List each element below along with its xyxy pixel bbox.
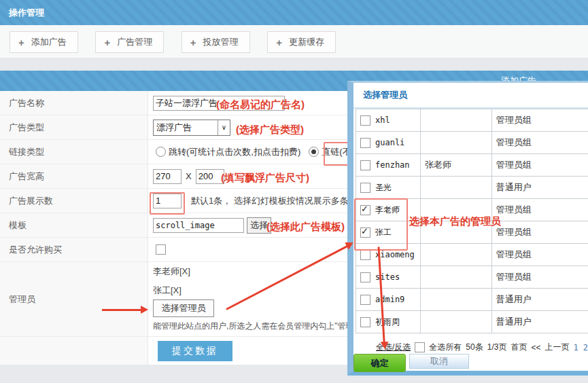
first-page-link[interactable]: 首页	[511, 342, 527, 353]
button-label: 添加广告	[31, 36, 67, 48]
prev-page-link[interactable]: 上一页	[544, 342, 569, 353]
modal-title: 选择管理员	[353, 83, 588, 109]
plus-icon: +	[190, 37, 196, 48]
table-row[interactable]: fenzhan 张老师 管理员组	[356, 154, 588, 177]
row-checkbox[interactable]	[360, 272, 370, 282]
username: admin9	[375, 295, 404, 304]
user-group: 管理员组	[496, 204, 532, 215]
page-title: 操作管理	[9, 0, 44, 25]
ad-manage-button[interactable]: +广告管理	[95, 31, 164, 53]
ad-width-input[interactable]	[153, 169, 181, 184]
field-label: 广告展示数	[0, 189, 148, 213]
chevron-down-icon: ∨	[218, 120, 230, 135]
field-label: 管理员	[0, 262, 148, 336]
username: 张工	[375, 227, 392, 238]
plus-icon: +	[276, 37, 282, 48]
submit-button[interactable]: 提交数据	[158, 341, 232, 361]
row-checkbox[interactable]	[360, 250, 370, 260]
field-label: 模板	[0, 213, 148, 237]
pagination: 全选/反选 全选所有 50条 1/3页 首页 << 上一页 1 2 3	[376, 342, 588, 353]
user-group: 管理员组	[496, 137, 532, 147]
admin-table: xhl 管理员组 guanli 管理员组 fenzhan 张老师 管理员组	[356, 109, 588, 333]
field-label: 链接类型	[0, 140, 148, 164]
row-checkbox[interactable]	[360, 160, 370, 170]
user-group: 管理员组	[496, 227, 532, 237]
username: guanli	[375, 138, 404, 147]
row-checkbox[interactable]	[360, 227, 370, 238]
prev-arrow-link[interactable]: <<	[531, 343, 540, 352]
username: fenzhan	[375, 160, 410, 170]
choose-admin-modal: 选择管理员 xhl 管理员组 guanli 管理员组 fenzhan 张老	[347, 81, 588, 376]
total-count: 50条	[466, 342, 483, 353]
user-group: 管理员组	[496, 249, 532, 259]
user-group: 普通用户	[496, 316, 532, 327]
radio-jump[interactable]	[156, 147, 166, 157]
user-group: 普通用户	[496, 294, 532, 304]
button-label: 广告管理	[117, 36, 152, 48]
select-all-label: 全选所有	[429, 342, 462, 353]
user-group: 管理员组	[496, 160, 532, 170]
row-checkbox[interactable]	[360, 138, 370, 148]
ad-type-select[interactable]: 漂浮广告 ∨	[153, 120, 230, 136]
ad-name-input[interactable]	[153, 96, 285, 111]
row-checkbox[interactable]	[360, 183, 370, 193]
user-group: 管理员组	[496, 272, 532, 282]
screen: 操作管理 +添加广告 +广告管理 +投放管理 +更新缓存 添加广告 广告名称 广…	[0, 0, 588, 383]
user-group: 普通用户	[496, 182, 532, 192]
table-row[interactable]: guanli 管理员组	[356, 132, 588, 154]
page-number-links[interactable]: 1 2 3	[573, 343, 588, 352]
confirm-button[interactable]: 确定	[353, 354, 406, 372]
display-count-hint: 默认1条， 选择幻灯模板按情况展示多条广告	[191, 195, 366, 207]
cancel-button[interactable]: 取消	[409, 354, 469, 369]
field-label: 广告宽高	[0, 164, 148, 188]
table-row[interactable]: xiaomeng 管理员组	[356, 244, 588, 266]
delivery-manage-button[interactable]: +投放管理	[181, 31, 250, 53]
select-all-checkbox[interactable]	[415, 342, 425, 352]
app-header: 操作管理	[0, 0, 588, 25]
display-count-input[interactable]	[153, 194, 181, 208]
field-label: 广告类型	[0, 115, 148, 139]
username: 李老师	[375, 204, 400, 216]
add-ad-button[interactable]: +添加广告	[10, 31, 78, 53]
radio-direct-link[interactable]	[309, 147, 319, 157]
plus-icon: +	[104, 37, 110, 48]
field-label	[0, 337, 148, 365]
toolbar: +添加广告 +广告管理 +投放管理 +更新缓存	[0, 25, 588, 58]
user-group: 管理员组	[496, 115, 532, 125]
table-row[interactable]: 张工 管理员组	[356, 221, 588, 244]
row-checkbox[interactable]	[360, 295, 370, 305]
refresh-cache-button[interactable]: +更新缓存	[267, 31, 336, 53]
field-label: 是否允许购买	[0, 238, 148, 261]
choose-admin-button[interactable]: 选择管理员	[153, 299, 214, 317]
admin-help-text: 能管理此站点的用户,所选之人需在会员管理内勾上"管理	[153, 321, 354, 332]
plus-icon: +	[18, 37, 24, 48]
selected-admin-tag[interactable]: 张工[X]	[153, 285, 181, 297]
username: sites	[375, 272, 400, 282]
table-row[interactable]: 李老师 管理员组	[356, 199, 588, 221]
template-select-button[interactable]: 选择	[247, 217, 271, 234]
row-checkbox[interactable]	[360, 115, 370, 126]
table-row[interactable]: sites 管理员组	[356, 266, 588, 289]
table-row[interactable]: 圣光 普通用户	[356, 177, 588, 199]
radio-jump-label: 跳转(可统计点击次数,扣点击扣费)	[169, 146, 300, 158]
ad-height-input[interactable]	[196, 169, 224, 184]
row-checkbox[interactable]	[360, 317, 370, 327]
page-info: 1/3页	[487, 342, 507, 353]
template-input[interactable]	[153, 218, 244, 233]
button-label: 投放管理	[203, 36, 239, 48]
username: xhl	[375, 115, 390, 125]
table-row[interactable]: 初雨周 普通用户	[356, 311, 588, 333]
selected-admin-tag[interactable]: 李老师[X]	[153, 266, 190, 278]
button-label: 更新缓存	[289, 36, 324, 48]
row-checkbox[interactable]	[360, 205, 370, 215]
username: 初雨周	[375, 316, 400, 328]
select-value: 漂浮广告	[154, 122, 218, 134]
select-toggle-link[interactable]: 全选/反选	[376, 342, 411, 353]
size-separator: X	[186, 171, 192, 181]
field-label: 广告名称	[0, 91, 148, 115]
table-row[interactable]: xhl 管理员组	[356, 109, 588, 132]
allow-buy-checkbox[interactable]	[156, 244, 166, 255]
table-row[interactable]: admin9 普通用户	[356, 289, 588, 311]
username: xiaomeng	[375, 250, 415, 259]
username: 圣光	[375, 182, 392, 194]
